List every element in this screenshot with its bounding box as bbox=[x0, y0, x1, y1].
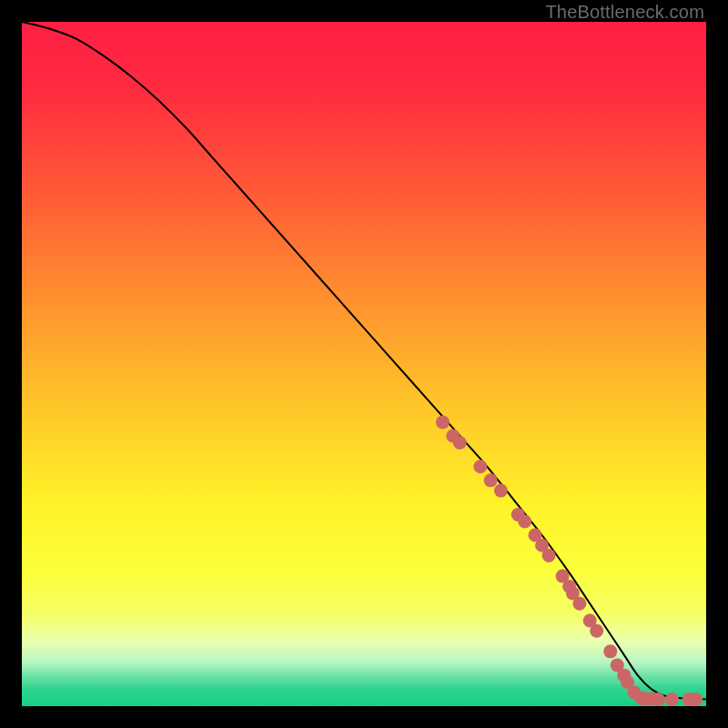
marker-dot bbox=[652, 693, 665, 706]
marker-dot bbox=[518, 514, 531, 528]
chart-svg bbox=[22, 22, 706, 706]
watermark-text: TheBottleneck.com bbox=[545, 2, 704, 23]
marker-dot bbox=[665, 693, 679, 706]
marker-dot bbox=[590, 624, 603, 638]
marker-dot bbox=[542, 549, 556, 562]
marker-dot bbox=[436, 415, 450, 429]
marker-dot bbox=[473, 460, 487, 473]
marker-dot bbox=[603, 644, 617, 658]
marker-dot bbox=[453, 436, 467, 450]
marker-dot bbox=[572, 597, 586, 611]
marker-dot bbox=[484, 473, 498, 487]
marker-dot bbox=[689, 693, 703, 706]
chart-frame bbox=[22, 22, 706, 706]
marker-dot bbox=[494, 484, 508, 498]
chart-background bbox=[22, 22, 706, 706]
